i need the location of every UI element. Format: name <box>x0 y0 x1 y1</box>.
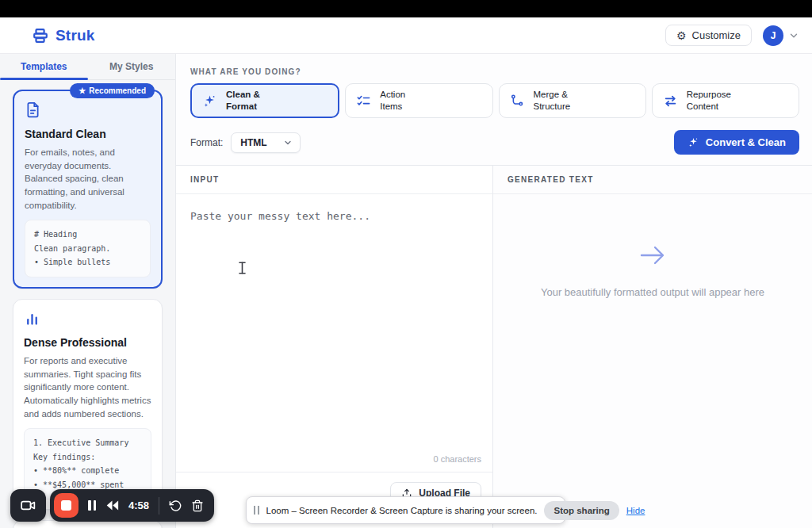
input-panel-header: INPUT <box>176 166 492 194</box>
loom-recorder-controls: 4:58 <box>10 489 214 522</box>
arrow-right-icon <box>637 243 668 267</box>
struk-logo-icon <box>32 27 49 44</box>
mode-action-items[interactable]: ActionItems <box>345 83 492 118</box>
divider <box>159 497 159 515</box>
input-textarea[interactable]: Paste your messy text here... <box>176 194 492 454</box>
checklist-icon <box>356 94 371 109</box>
templates-sidebar: Templates My Styles ★ Recommended <box>0 54 176 528</box>
mode-label: Clean &Format <box>226 89 260 113</box>
avatar[interactable]: J <box>763 25 783 46</box>
brand-name: Struk <box>56 27 95 44</box>
share-message: Loom – Screen Recorder & Screen Capture … <box>266 506 538 515</box>
template-description: For emails, notes, and everyday document… <box>25 146 151 212</box>
template-title: Standard Clean <box>25 128 151 140</box>
mode-label: RepurposeContent <box>687 89 731 113</box>
main-area: WHAT ARE YOU DOING? Clean &Format <box>176 54 812 528</box>
recording-pill: 4:58 <box>50 489 214 522</box>
stop-sharing-button[interactable]: Stop sharing <box>544 501 619 520</box>
mode-repurpose-content[interactable]: RepurposeContent <box>652 83 799 118</box>
input-panel: INPUT Paste your messy text here... 0 ch… <box>176 166 493 528</box>
mode-label: ActionItems <box>380 89 405 113</box>
convert-clean-button[interactable]: Convert & Clean <box>674 130 799 155</box>
chevron-down-icon[interactable] <box>788 30 799 41</box>
output-empty-message: Your beautifully formatted output will a… <box>541 286 764 298</box>
gear-icon: ⚙ <box>676 30 687 41</box>
recording-timer: 4:58 <box>128 499 149 511</box>
text-cursor-ibeam <box>238 262 247 277</box>
mode-section-label: WHAT ARE YOU DOING? <box>190 67 799 76</box>
mode-merge-structure[interactable]: Merge &Structure <box>499 83 646 118</box>
template-preview: # HeadingClean paragraph.• Simple bullet… <box>25 220 151 277</box>
customize-label: Customize <box>692 29 741 41</box>
sparkles-icon <box>202 94 217 109</box>
restart-recording-icon[interactable] <box>169 499 182 512</box>
chevron-down-icon <box>283 138 293 147</box>
pause-icon[interactable] <box>88 500 96 511</box>
output-panel-header: GENERATED TEXT <box>493 166 812 194</box>
format-label: Format: <box>190 137 223 148</box>
output-panel: GENERATED TEXT Your beautifully formatte… <box>493 166 812 528</box>
rewind-icon[interactable] <box>105 500 119 511</box>
tab-templates[interactable]: Templates <box>0 54 88 79</box>
stop-recording-button[interactable] <box>54 493 79 518</box>
sparkles-icon <box>688 136 699 148</box>
mode-label: Merge &Structure <box>534 89 571 113</box>
format-value: HTML <box>240 137 266 148</box>
convert-label: Convert & Clean <box>706 136 786 148</box>
template-description: For reports and executive summaries. Tig… <box>24 354 151 420</box>
input-placeholder: Paste your messy text here... <box>190 210 370 222</box>
swap-arrows-icon <box>663 94 678 109</box>
branch-icon <box>510 94 525 109</box>
customize-button[interactable]: ⚙ Customize <box>665 25 752 46</box>
template-title: Dense Professional <box>24 336 151 349</box>
template-card-dense-professional[interactable]: Dense Professional For reports and execu… <box>13 299 163 510</box>
bar-chart-icon <box>24 310 151 327</box>
app-window: Struk ⚙ Customize J Templates My Styles <box>0 0 812 528</box>
tab-my-styles[interactable]: My Styles <box>88 54 176 79</box>
top-black-strip <box>0 0 812 17</box>
trash-icon[interactable] <box>191 499 204 512</box>
format-dropdown[interactable]: HTML <box>231 132 300 153</box>
template-card-standard-clean[interactable]: ★ Recommended Standard Clean For emails,… <box>13 90 163 289</box>
camera-toggle-button[interactable] <box>10 489 46 522</box>
hide-link[interactable]: Hide <box>626 506 645 515</box>
brand-logo[interactable]: Struk <box>32 27 95 44</box>
recommended-badge: ★ Recommended <box>70 83 155 98</box>
camera-icon <box>20 497 36 514</box>
star-icon: ★ <box>79 86 86 95</box>
document-icon <box>25 101 151 119</box>
account-menu[interactable]: J <box>763 25 799 46</box>
mode-clean-format[interactable]: Clean &Format <box>190 83 339 118</box>
character-count: 0 characters <box>176 454 492 472</box>
sidebar-tabs: Templates My Styles <box>0 54 175 80</box>
screen-share-bar: Loom – Screen Recorder & Screen Capture … <box>246 496 565 524</box>
mode-selector: Clean &Format ActionItems <box>190 83 799 118</box>
app-header: Struk ⚙ Customize J <box>0 17 812 54</box>
drag-handle-icon[interactable] <box>254 506 259 515</box>
